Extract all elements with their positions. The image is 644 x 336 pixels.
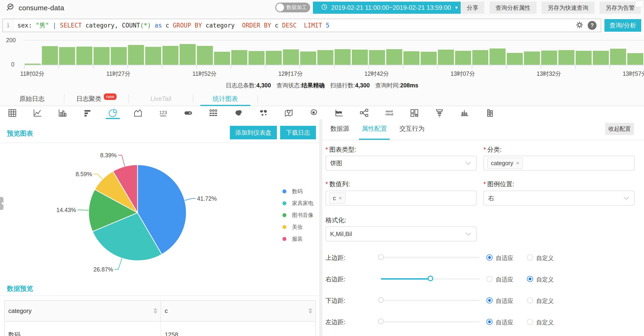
word-cloud-icon[interactable]: wordcloud bbox=[382, 107, 397, 119]
gear-icon[interactable] bbox=[575, 21, 584, 30]
line-chart-icon[interactable] bbox=[30, 107, 45, 119]
slider-knob[interactable] bbox=[378, 318, 384, 324]
histogram-bar[interactable] bbox=[369, 50, 385, 65]
radio-custom-左边距:[interactable] bbox=[527, 319, 533, 325]
histogram-bar[interactable] bbox=[128, 45, 144, 65]
histogram-bar[interactable] bbox=[214, 52, 230, 65]
radio-auto-左边距:[interactable] bbox=[486, 319, 492, 325]
histogram-bar[interactable] bbox=[404, 51, 420, 65]
tag-c[interactable]: c× bbox=[329, 193, 346, 204]
tag-category[interactable]: category× bbox=[487, 157, 523, 169]
add-to-dashboard-button[interactable]: 添加到仪表盘 bbox=[230, 126, 277, 139]
toggle-knob[interactable] bbox=[276, 4, 284, 12]
histogram-bar[interactable] bbox=[76, 47, 92, 65]
histogram-bar[interactable] bbox=[317, 50, 334, 65]
bar-chart-icon[interactable] bbox=[80, 107, 95, 119]
cross-analysis-icon[interactable] bbox=[457, 107, 472, 119]
log-histogram[interactable]: 200 0 11时02分11时27分11时52分12时17分12时42分13时0… bbox=[0, 35, 644, 78]
header-action-1[interactable]: 查询分析属性 bbox=[490, 2, 536, 14]
heat-map-icon[interactable] bbox=[306, 107, 321, 119]
radio-custom-右边距:[interactable] bbox=[527, 276, 533, 282]
tab-统计图表[interactable]: 统计图表 bbox=[193, 94, 258, 103]
histogram-bar[interactable] bbox=[352, 50, 368, 65]
histogram-bar[interactable] bbox=[490, 49, 506, 65]
histogram-bar[interactable] bbox=[25, 64, 41, 65]
histogram-bar[interactable] bbox=[94, 47, 110, 65]
histogram-bar[interactable] bbox=[472, 50, 488, 65]
pie-chart-icon[interactable] bbox=[106, 107, 120, 119]
histogram-bar[interactable] bbox=[524, 52, 540, 65]
radio-auto-下边距:[interactable] bbox=[486, 297, 492, 303]
histogram-bar[interactable] bbox=[231, 50, 247, 65]
histogram-bar[interactable] bbox=[576, 51, 592, 65]
slider-knob[interactable] bbox=[378, 297, 384, 303]
histogram-bar[interactable] bbox=[180, 44, 196, 65]
header-action-3[interactable]: 另存为告警 bbox=[600, 2, 641, 14]
header-action-2[interactable]: 另存为快速查询 bbox=[542, 2, 594, 14]
sidebar-collapse-handle[interactable] bbox=[0, 197, 4, 210]
tab-日志聚类[interactable]: 日志聚类new bbox=[64, 94, 129, 103]
histogram-bar[interactable] bbox=[610, 49, 626, 65]
tag-remove-icon[interactable]: × bbox=[339, 195, 342, 201]
area-chart-icon[interactable] bbox=[130, 107, 146, 119]
histogram-bar[interactable] bbox=[541, 51, 557, 65]
slider-knob[interactable] bbox=[378, 254, 384, 260]
progress-bar-icon[interactable] bbox=[181, 107, 196, 119]
select-图表类型:[interactable]: 饼图 bbox=[326, 156, 477, 171]
tags-分类:[interactable]: category× bbox=[484, 156, 635, 171]
slider-knob[interactable] bbox=[428, 276, 433, 281]
table-chart-icon[interactable] bbox=[5, 107, 20, 119]
single-value-icon[interactable]: 123 bbox=[156, 107, 170, 119]
histogram-bar[interactable] bbox=[266, 51, 282, 65]
histogram-bar[interactable] bbox=[507, 53, 523, 65]
radio-custom-上边距:[interactable] bbox=[527, 254, 533, 260]
world-map-icon[interactable] bbox=[256, 107, 271, 119]
histogram-bar[interactable] bbox=[421, 52, 437, 65]
download-logs-button[interactable]: 下载日志 bbox=[280, 126, 316, 139]
tag-remove-icon[interactable]: × bbox=[516, 160, 519, 166]
legend-item-图书音像[interactable]: 图书音像 bbox=[282, 209, 314, 221]
help-icon[interactable]: ? bbox=[588, 21, 596, 30]
query-analyze-button[interactable]: 查询/分析 bbox=[604, 19, 641, 32]
flow-chart-icon[interactable] bbox=[332, 107, 346, 119]
radio-auto-右边距:[interactable] bbox=[486, 276, 492, 282]
select-格式化:[interactable]: K,Mil,Bil bbox=[326, 227, 477, 241]
data-processing-toggle[interactable]: 数据加工 bbox=[275, 3, 310, 12]
histogram-bar[interactable] bbox=[593, 51, 609, 65]
histogram-bar[interactable] bbox=[455, 51, 471, 65]
sort-icon[interactable] bbox=[154, 308, 157, 314]
histogram-bar[interactable] bbox=[145, 47, 161, 65]
histogram-bar[interactable] bbox=[248, 51, 264, 65]
histogram-bar[interactable] bbox=[59, 47, 75, 65]
margin-slider-右边距:[interactable] bbox=[381, 278, 480, 280]
select-图例位置:[interactable]: 右 bbox=[484, 191, 635, 206]
margin-slider-下边距:[interactable] bbox=[381, 300, 480, 301]
histogram-bar[interactable] bbox=[42, 46, 58, 65]
histogram-bar[interactable] bbox=[627, 53, 643, 65]
table-header-c[interactable]: c bbox=[160, 301, 316, 321]
legend-item-服装[interactable]: 服装 bbox=[282, 233, 314, 245]
tags-数值列:[interactable]: c× bbox=[326, 191, 477, 206]
treemap-icon[interactable] bbox=[407, 107, 422, 119]
column-chart-icon[interactable] bbox=[55, 107, 70, 119]
histogram-bar[interactable] bbox=[111, 47, 127, 65]
legend-item-美妆[interactable]: 美妆 bbox=[282, 221, 314, 233]
query-text[interactable]: sex: "男" | SELECT category, COUNT(*) as … bbox=[18, 22, 575, 30]
funnel-chart-icon[interactable] bbox=[432, 107, 447, 119]
pin-map-icon[interactable] bbox=[281, 107, 296, 119]
margin-slider-上边距:[interactable] bbox=[381, 257, 480, 258]
histogram-bar[interactable] bbox=[334, 49, 350, 65]
histogram-bar[interactable] bbox=[162, 46, 178, 65]
histogram-bar[interactable] bbox=[300, 52, 316, 65]
tab-LiveTail[interactable]: LiveTail bbox=[129, 94, 193, 103]
scatter-chart-icon[interactable] bbox=[206, 107, 221, 119]
radio-auto-上边距:[interactable] bbox=[486, 254, 492, 260]
histogram-bar[interactable] bbox=[438, 50, 454, 65]
table-header-category[interactable]: category bbox=[5, 301, 160, 321]
tab-原始日志[interactable]: 原始日志 bbox=[0, 94, 64, 103]
gantt-chart-icon[interactable] bbox=[482, 107, 497, 119]
radio-custom-下边距:[interactable] bbox=[527, 297, 533, 303]
time-range-button[interactable]: 2019-02-21 11:00:00~2019-02-21 13:59:00 … bbox=[313, 2, 466, 14]
histogram-bar[interactable] bbox=[197, 46, 213, 65]
histogram-bar[interactable] bbox=[558, 50, 574, 65]
